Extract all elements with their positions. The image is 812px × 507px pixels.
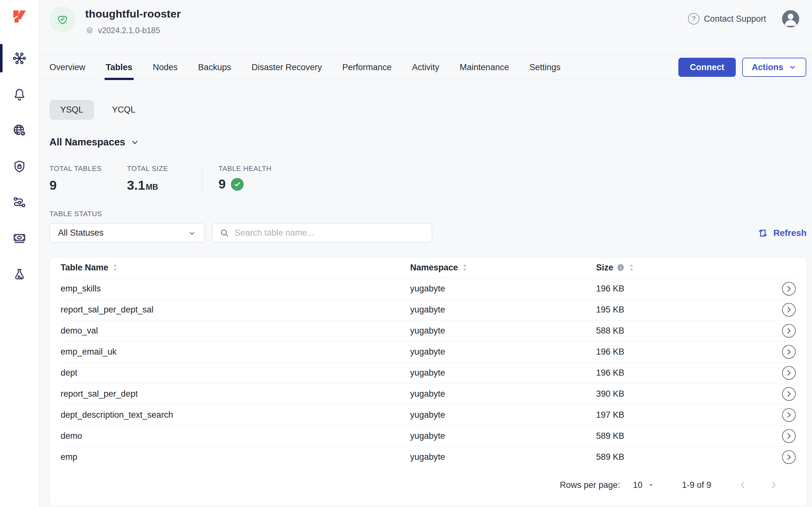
stat-unit: MB xyxy=(146,182,158,192)
info-icon[interactable] xyxy=(616,263,625,272)
network-globe-gear-icon xyxy=(12,123,27,138)
namespace-filter-label: All Namespaces xyxy=(49,136,125,148)
table-row[interactable]: emp yugabyte 589 KB xyxy=(61,447,796,468)
integrations-flow-icon xyxy=(12,195,26,210)
table-body: emp_skills yugabyte 196 KB report_sal_pe… xyxy=(61,278,796,468)
billing-money-icon xyxy=(12,231,26,245)
table-row[interactable]: demo yugabyte 589 KB xyxy=(61,426,796,447)
labs-flask-icon xyxy=(12,268,26,282)
table-row[interactable]: emp_email_uk yugabyte 196 KB xyxy=(61,341,796,362)
table-name-cell: report_sal_per_dept_sal xyxy=(61,305,410,315)
row-detail-chevron-icon[interactable] xyxy=(782,282,796,296)
namespace-cell: yugabyte xyxy=(410,452,596,462)
sidebar-item-billing[interactable] xyxy=(0,220,39,257)
column-label: Table Name xyxy=(61,263,108,273)
topbar-right: ? Contact Support xyxy=(688,10,800,28)
table-row[interactable]: report_sal_per_dept_sal yugabyte 195 KB xyxy=(61,299,796,321)
api-toggle-ycql[interactable]: YCQL xyxy=(101,100,146,120)
sidebar-item-alerts[interactable] xyxy=(0,76,39,112)
search-input[interactable] xyxy=(235,228,425,238)
cluster-health-badge xyxy=(49,6,75,33)
tables-panel: YSQLYCQL All Namespaces TOTAL TABLES 9 T… xyxy=(39,80,812,507)
row-detail-chevron-icon[interactable] xyxy=(782,429,796,443)
table-name-cell: emp xyxy=(61,452,410,462)
sidebar-item-labs[interactable] xyxy=(0,257,39,292)
row-detail-chevron-icon[interactable] xyxy=(782,408,796,422)
contact-support-button[interactable]: ? Contact Support xyxy=(688,13,766,24)
table-row[interactable]: emp_skills yugabyte 196 KB xyxy=(61,278,796,299)
pagination: Rows per page: 10 1-9 of 9 xyxy=(61,468,796,506)
tab-performance[interactable]: Performance xyxy=(342,55,392,80)
row-detail-chevron-icon[interactable] xyxy=(782,450,796,464)
previous-page-icon[interactable] xyxy=(738,480,748,490)
table-name-cell: dept_description_text_search xyxy=(61,410,410,420)
size-cell: 589 KB xyxy=(596,431,779,441)
tab-settings[interactable]: Settings xyxy=(529,55,561,80)
version-row: v2024.2.1.0-b185 xyxy=(85,26,181,35)
search-icon xyxy=(219,228,230,238)
row-detail-chevron-icon[interactable] xyxy=(782,387,796,401)
rows-per-page-select[interactable]: 10 xyxy=(633,480,654,490)
user-avatar[interactable] xyxy=(781,10,800,28)
tabs: OverviewTablesNodesBackupsDisaster Recov… xyxy=(49,55,581,80)
sidebar-item-security[interactable] xyxy=(0,148,39,184)
tab-tables[interactable]: Tables xyxy=(106,55,133,80)
rows-per-page-label: Rows per page: xyxy=(560,480,620,490)
size-cell: 588 KB xyxy=(596,326,779,336)
table-name-cell: report_sal_per_dept xyxy=(61,389,410,399)
column-header-table-name[interactable]: Table Name xyxy=(61,263,410,273)
actions-button[interactable]: Actions xyxy=(742,58,806,77)
table-name-cell: demo xyxy=(61,431,410,441)
stat-label: TOTAL SIZE xyxy=(127,165,202,173)
pagination-arrows xyxy=(738,480,778,490)
row-detail-chevron-icon[interactable] xyxy=(782,366,796,380)
yugabyte-logo-icon[interactable] xyxy=(12,9,27,24)
connect-button[interactable]: Connect xyxy=(679,58,736,77)
sidebar-item-network[interactable] xyxy=(0,112,39,148)
next-page-icon[interactable] xyxy=(769,480,778,490)
tab-overview[interactable]: Overview xyxy=(49,55,86,80)
refresh-button[interactable]: Refresh xyxy=(757,227,807,239)
alerts-bell-icon xyxy=(12,88,26,101)
namespace-cell: yugabyte xyxy=(410,389,596,399)
size-cell: 197 KB xyxy=(596,410,779,420)
stat-label: TOTAL TABLES xyxy=(49,165,127,173)
table-row[interactable]: dept yugabyte 196 KB xyxy=(61,362,796,384)
cluster-info: thoughtful-rooster v2024.2.1.0-b185 xyxy=(49,5,181,35)
tab-actions: Connect Actions xyxy=(679,58,806,77)
sidebar-item-clusters[interactable] xyxy=(0,40,39,76)
stat-value: 9 xyxy=(49,178,57,193)
table-status-select[interactable]: All Statuses xyxy=(49,223,205,243)
caret-down-icon xyxy=(647,482,654,489)
pagination-range: 1-9 of 9 xyxy=(682,480,711,490)
api-type-toggle: YSQLYCQL xyxy=(49,100,807,120)
refresh-label: Refresh xyxy=(773,228,807,238)
table-row[interactable]: dept_description_text_search yugabyte 19… xyxy=(61,405,796,426)
namespace-cell: yugabyte xyxy=(410,347,596,357)
tab-disaster-recovery[interactable]: Disaster Recovery xyxy=(252,55,322,80)
tab-maintenance[interactable]: Maintenance xyxy=(459,55,509,80)
table-row[interactable]: report_sal_per_dept yugabyte 390 KB xyxy=(61,384,796,405)
cluster-version: v2024.2.1.0-b185 xyxy=(98,26,160,35)
api-toggle-ysql[interactable]: YSQL xyxy=(49,100,94,120)
column-header-namespace[interactable]: Namespace xyxy=(410,263,596,273)
row-detail-chevron-icon[interactable] xyxy=(782,302,796,317)
tables-card: Table Name Namespace Size xyxy=(49,257,807,506)
namespace-cell: yugabyte xyxy=(410,431,596,441)
namespace-cell: yugabyte xyxy=(410,305,596,315)
namespace-filter[interactable]: All Namespaces xyxy=(49,136,807,148)
row-detail-chevron-icon[interactable] xyxy=(782,324,796,338)
sort-icon xyxy=(628,263,635,272)
column-header-size[interactable]: Size xyxy=(596,263,779,273)
stat-total-tables: TOTAL TABLES 9 xyxy=(49,165,127,193)
tab-activity[interactable]: Activity xyxy=(412,55,439,80)
row-detail-chevron-icon[interactable] xyxy=(782,345,796,359)
sidebar-nav xyxy=(0,40,39,292)
tab-backups[interactable]: Backups xyxy=(198,55,231,80)
actions-button-label: Actions xyxy=(752,62,783,72)
sidebar-item-integrations[interactable] xyxy=(0,184,39,220)
table-row[interactable]: demo_val yugabyte 588 KB xyxy=(61,321,796,341)
tab-nodes[interactable]: Nodes xyxy=(153,55,178,80)
namespace-cell: yugabyte xyxy=(410,326,596,336)
column-label: Size xyxy=(596,263,613,273)
